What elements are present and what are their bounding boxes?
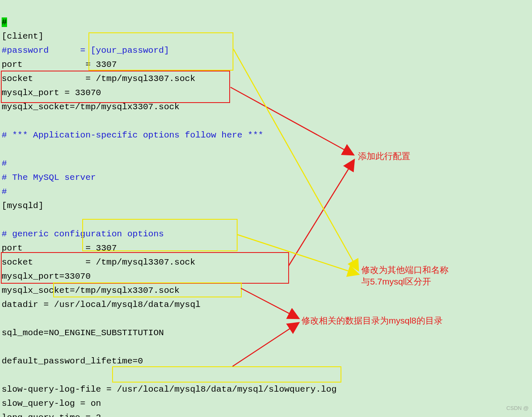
line-9-comment: # *** Application-specific options follo… [2,130,263,140]
cursor-first-char: # [2,17,7,27]
line-23: sql_mode=NO_ENGINE_SUBSTITUTION [2,328,164,338]
line-7: mysqlx_socket=/tmp/mysqlx3307.sock [2,102,179,112]
line-21: datadir = /usr/local/mysql8/data/mysql [2,300,201,309]
line-13-comment: # [2,187,7,196]
line-6: mysqlx_port = 33070 [2,88,101,98]
line-20: mysqlx_socket=/tmp/mysqlx3307.sock [2,286,179,295]
line-21-key: datadir = [2,300,54,309]
line-18: socket = /tmp/mysql3307.sock [2,258,195,267]
line-1: # [2,17,7,27]
line-21-path: /usr/local/mysql8/data/mysql [54,300,201,309]
line-2: [client] [2,32,44,41]
line-12-comment: # The MySQL server [2,173,96,182]
line-4: port = 3307 [2,60,117,69]
line-29: long query time = 2 [2,413,101,417]
watermark: CSDN @ [506,401,529,415]
line-3-comment: #password = [your_password] [2,46,169,55]
line-11-comment: # [2,159,7,168]
line-27-path: /usr/local/mysql8/data/mysql/slowquery.l… [117,385,336,394]
line-17: port = 3307 [2,243,117,253]
config-file-editor: # [client] #password = [your_password] p… [0,0,532,417]
line-28: slow_query-log = on [2,399,101,408]
line-5: socket = /tmp/mysql3307.sock [2,74,195,83]
line-16-comment: # generic configuration options [2,229,164,239]
line-27-key: slow-query-log-file = [2,385,117,394]
line-14: [mysqld] [2,201,44,211]
line-19: mysqlx_port=33070 [2,272,91,281]
line-25: default_password_lifetime=0 [2,356,143,366]
line-27: slow-query-log-file = /usr/local/mysql8/… [2,385,337,394]
